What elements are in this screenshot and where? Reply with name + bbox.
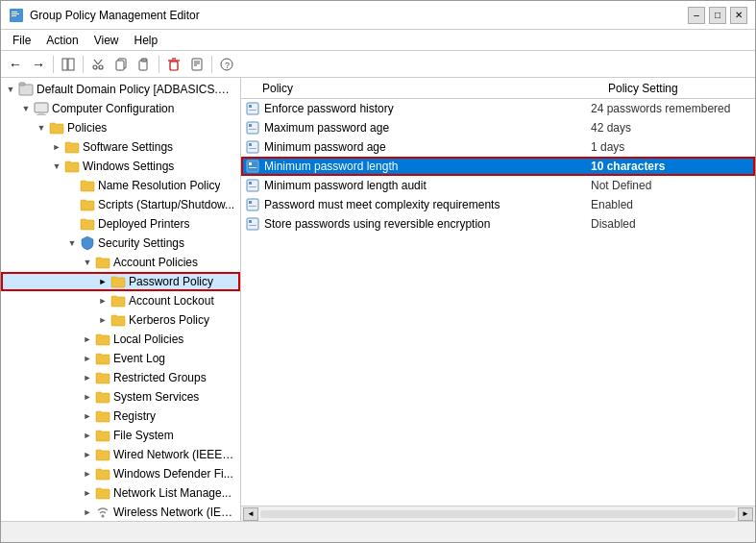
policy-row-0[interactable]: Enforce password history 24 passwords re… [241,99,755,118]
tree-deployed-printers[interactable]: ► Deployed Printers [1,214,240,234]
tree-windows-defender[interactable]: ► Windows Defender Fi... [1,464,240,483]
tree-toggle-wd[interactable]: ► [80,466,95,481]
policy-row-2[interactable]: Minimum password age 1 days [241,137,755,157]
security-settings-label: Security Settings [98,236,184,250]
tree-network-list[interactable]: ► Network List Manage... [1,483,240,503]
folder-icon-printers [80,216,95,232]
tree-toggle-fs[interactable]: ► [80,428,95,443]
tree-file-system[interactable]: ► File System [1,426,240,445]
tree-software-settings[interactable]: ► Software Settings [1,137,240,157]
paste-icon [137,58,151,71]
tree-policies[interactable]: ▼ Policies [1,118,240,137]
folder-icon-services [95,389,110,405]
svg-rect-41 [247,180,258,191]
right-scrollbar-h[interactable]: ◄ ► [241,506,755,521]
tree-computer-config[interactable]: ▼ Computer Configuration [1,99,240,118]
policy-name-6: Store passwords using reversible encrypt… [264,217,591,231]
tree-toggle-lp[interactable]: ► [80,332,95,347]
folder-icon-policies [49,120,64,136]
tree-kerberos[interactable]: ► Kerberos Policy [1,310,240,330]
policy-icon-0 [245,101,260,116]
folder-icon-account [95,255,110,270]
tree-account-policies[interactable]: ▼ Account Policies [1,253,240,272]
copy-button[interactable] [110,54,132,75]
tree-toggle-rg[interactable]: ► [80,370,95,385]
policy-value-6: Disabled [591,217,751,231]
policy-row-1[interactable]: Maximum password age 42 days [241,118,755,137]
tree-toggle-wn[interactable]: ► [80,447,95,462]
tree-name-resolution[interactable]: ► Name Resolution Policy [1,176,240,195]
cut-button[interactable] [87,54,109,75]
tree-restricted-groups[interactable]: ► Restricted Groups [1,368,240,387]
tree-wired-network[interactable]: ► Wired Network (IEEE 8... [1,445,240,464]
tree-toggle-policies[interactable]: ▼ [34,120,49,136]
tree-toggle-reg[interactable]: ► [80,408,95,424]
tree-toggle-nl[interactable]: ► [80,485,95,501]
tree-registry[interactable]: ► Registry [1,407,240,426]
password-policy-label: Password Policy [129,275,213,288]
tree-toggle-sysserv[interactable]: ► [80,389,95,405]
menu-action[interactable]: Action [38,32,85,48]
tree-toggle-sec[interactable]: ▼ [64,235,80,251]
right-panel-body[interactable]: Enforce password history 24 passwords re… [241,99,755,506]
policy-row-6[interactable]: Store passwords using reversible encrypt… [241,214,755,234]
policy-row-3[interactable]: Minimum password length 10 characters [241,157,755,176]
menu-help[interactable]: Help [127,32,166,48]
delete-button[interactable] [163,54,184,75]
software-settings-label: Software Settings [83,140,173,154]
tree-toggle-el[interactable]: ► [80,351,95,366]
menu-file[interactable]: File [5,32,38,48]
paste-button[interactable] [134,54,155,75]
tree-toggle-kp[interactable]: ► [95,312,110,328]
registry-label: Registry [113,409,156,423]
svg-rect-48 [249,220,252,223]
tree-wireless-network[interactable]: ► Wireless Network (IEE... [1,503,240,521]
svg-rect-23 [19,85,33,95]
policy-icon-2 [245,139,260,155]
maximize-button[interactable]: □ [709,7,726,24]
tree-toggle-ws[interactable]: ▼ [49,159,64,174]
tree-toggle-root[interactable]: ▼ [3,82,18,97]
tree-toggle-pp[interactable]: ► [95,274,110,289]
folder-icon-registry [95,408,110,424]
delete-icon [167,58,181,71]
show-hide-button[interactable] [58,54,79,75]
right-scroll-right-btn[interactable]: ► [738,507,753,521]
policy-value-5: Enabled [591,198,751,211]
svg-rect-1 [12,12,17,12]
right-scroll-track[interactable] [260,510,736,518]
tree-toggle-wirelessn[interactable]: ► [80,505,95,520]
tree-scripts[interactable]: ► Scripts (Startup/Shutdow... [1,195,240,214]
tree-toggle-ss[interactable]: ► [49,139,64,155]
policy-row-4[interactable]: Minimum password length audit Not Define… [241,176,755,195]
tree-toggle-al[interactable]: ► [95,293,110,309]
tree-account-lockout[interactable]: ► Account Lockout [1,291,240,310]
back-button[interactable]: ← [5,54,26,75]
close-button[interactable]: ✕ [730,7,747,24]
policy-row-5[interactable]: Password must meet complexity requiremen… [241,195,755,214]
left-panel[interactable]: ▼ Default Domain Policy [ADBASICS.THM...… [1,78,241,521]
tree-toggle-cc[interactable]: ▼ [18,101,34,116]
minimize-button[interactable]: – [688,7,705,24]
tree-password-policy[interactable]: ► Password Policy [1,272,240,291]
tree-local-policies[interactable]: ► Local Policies [1,330,240,349]
title-bar: Group Policy Management Editor – □ ✕ [1,1,755,30]
status-bar [1,521,755,542]
tree-system-services[interactable]: ► System Services [1,387,240,407]
wireless-network-label: Wireless Network (IEE... [113,506,236,519]
right-scroll-left-btn[interactable]: ◄ [243,507,258,521]
help-button[interactable]: ? [216,54,237,75]
tree-toggle-ap[interactable]: ▼ [80,255,95,270]
computer-icon [34,101,49,116]
menu-view[interactable]: View [86,32,127,48]
forward-button[interactable]: → [28,54,49,75]
wired-network-label: Wired Network (IEEE 8... [113,448,236,461]
svg-rect-42 [249,182,252,185]
tree-root[interactable]: ▼ Default Domain Policy [ADBASICS.THM... [1,80,240,99]
tree-event-log[interactable]: ► Event Log [1,349,240,368]
wireless-icon [95,505,110,520]
tree-security-settings[interactable]: ▼ Security Settings [1,234,240,253]
toolbar-separator-1 [53,56,54,73]
properties-button[interactable] [186,54,207,75]
tree-windows-settings[interactable]: ▼ Windows Settings [1,157,240,176]
